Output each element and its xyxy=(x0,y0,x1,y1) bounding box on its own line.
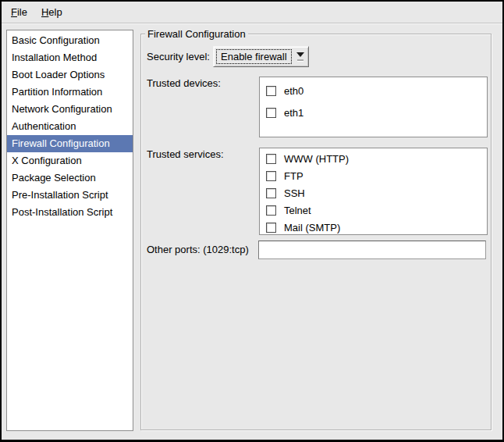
trusted-services-list: WWW (HTTP) FTP SSH Telnet xyxy=(259,148,488,235)
service-label: WWW (HTTP) xyxy=(284,153,349,165)
security-level-label: Security level: xyxy=(147,46,210,67)
sidebar-item-label: Installation Method xyxy=(12,52,97,63)
service-checkbox[interactable] xyxy=(266,223,276,233)
trusted-service-row[interactable]: Mail (SMTP) xyxy=(260,219,487,235)
device-label: eth1 xyxy=(284,107,303,119)
menubar: File Help xyxy=(2,2,502,23)
dropdown-arrow-icon xyxy=(293,47,308,66)
device-checkbox[interactable] xyxy=(266,108,276,118)
section-list: Basic Configuration Installation Method … xyxy=(6,30,133,431)
menu-file[interactable]: File xyxy=(4,2,34,22)
sidebar-item-label: Package Selection xyxy=(12,172,96,184)
sidebar-item[interactable]: Network Configuration xyxy=(7,101,133,118)
menu-help[interactable]: Help xyxy=(34,2,69,22)
other-ports-input[interactable] xyxy=(258,241,486,259)
menu-file-label: File xyxy=(11,6,27,18)
sidebar-item[interactable]: Boot Loader Options xyxy=(7,66,133,84)
sidebar-item[interactable]: Post-Installation Script xyxy=(7,204,133,221)
sidebar-item[interactable]: X Configuration xyxy=(7,152,133,169)
menu-help-label: Help xyxy=(41,6,62,18)
service-checkbox[interactable] xyxy=(266,154,276,164)
trusted-service-row[interactable]: WWW (HTTP) xyxy=(260,150,487,167)
sidebar-item[interactable]: Firewall Configuration xyxy=(7,135,133,152)
sidebar-item-label: Basic Configuration xyxy=(12,34,100,46)
kickstart-configurator-window: File Help Basic Configuration Installati… xyxy=(0,0,504,442)
trusted-device-row[interactable]: eth0 xyxy=(260,80,487,102)
sidebar-item[interactable]: Package Selection xyxy=(7,169,133,187)
sidebar-item-label: Network Configuration xyxy=(12,103,112,115)
other-ports-label: Other ports: (1029:tcp) xyxy=(147,241,249,259)
trusted-device-row[interactable]: eth1 xyxy=(260,102,487,123)
device-checkbox[interactable] xyxy=(266,86,276,96)
sidebar-item[interactable]: Authentication xyxy=(7,118,133,135)
security-level-dropdown[interactable]: Enable firewall xyxy=(213,46,309,67)
service-label: SSH xyxy=(284,187,305,199)
sidebar-item-label: Pre-Installation Script xyxy=(12,189,108,201)
sidebar-item-label: Partition Information xyxy=(12,86,102,98)
service-checkbox[interactable] xyxy=(266,188,276,198)
service-label: FTP xyxy=(284,170,303,182)
trusted-service-row[interactable]: SSH xyxy=(260,184,487,201)
sidebar-item-label: Authentication xyxy=(12,120,76,132)
service-checkbox[interactable] xyxy=(266,205,276,216)
security-level-value: Enable firewall xyxy=(216,49,292,64)
sidebar-item[interactable]: Installation Method xyxy=(7,49,133,66)
trusted-devices-label: Trusted devices: xyxy=(147,77,221,89)
sidebar-item-label: Boot Loader Options xyxy=(12,69,105,80)
trusted-services-label: Trusted services: xyxy=(147,148,224,160)
sidebar-item-label: Firewall Configuration xyxy=(12,137,110,149)
frame-title: Firewall Configuration xyxy=(145,28,248,40)
service-label: Telnet xyxy=(284,205,311,216)
sidebar-item-label: Post-Installation Script xyxy=(12,206,112,218)
trusted-devices-list: eth0 eth1 xyxy=(259,77,488,137)
sidebar-item[interactable]: Partition Information xyxy=(7,84,133,101)
device-label: eth0 xyxy=(284,85,303,97)
service-checkbox[interactable] xyxy=(266,171,276,181)
firewall-configuration-frame: Firewall Configuration Security level: E… xyxy=(140,34,492,430)
service-label: Mail (SMTP) xyxy=(284,222,340,233)
sidebar-item-label: X Configuration xyxy=(12,155,82,166)
trusted-service-row[interactable]: Telnet xyxy=(260,201,487,219)
trusted-service-row[interactable]: FTP xyxy=(260,167,487,184)
sidebar-item[interactable]: Basic Configuration xyxy=(7,32,133,49)
sidebar-item[interactable]: Pre-Installation Script xyxy=(7,187,133,204)
